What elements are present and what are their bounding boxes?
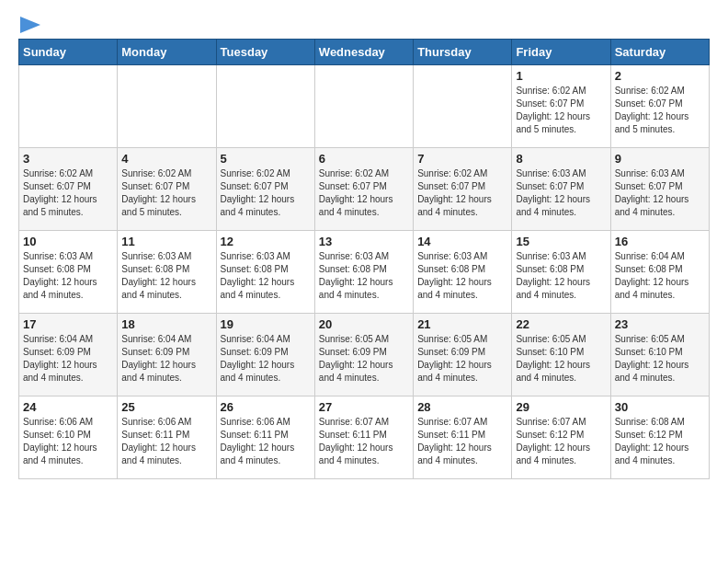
day-number: 21 bbox=[417, 317, 507, 331]
calendar-cell bbox=[118, 65, 216, 148]
week-row-2: 10Sunrise: 6:03 AM Sunset: 6:08 PM Dayli… bbox=[19, 231, 710, 314]
day-info: Sunrise: 6:03 AM Sunset: 6:08 PM Dayligh… bbox=[23, 250, 113, 302]
day-number: 10 bbox=[23, 235, 113, 248]
calendar-header-row: SundayMondayTuesdayWednesdayThursdayFrid… bbox=[19, 40, 710, 65]
day-number: 4 bbox=[121, 152, 211, 166]
day-info: Sunrise: 6:07 AM Sunset: 6:12 PM Dayligh… bbox=[516, 416, 606, 467]
day-info: Sunrise: 6:04 AM Sunset: 6:09 PM Dayligh… bbox=[221, 333, 311, 385]
day-number: 8 bbox=[516, 152, 606, 166]
header-saturday: Saturday bbox=[610, 40, 709, 65]
day-info: Sunrise: 6:04 AM Sunset: 6:09 PM Dayligh… bbox=[23, 333, 113, 385]
day-info: Sunrise: 6:06 AM Sunset: 6:10 PM Dayligh… bbox=[23, 416, 113, 467]
day-number: 3 bbox=[23, 152, 113, 166]
day-number: 6 bbox=[319, 152, 409, 166]
day-number: 27 bbox=[319, 400, 409, 414]
day-number: 24 bbox=[23, 400, 113, 414]
calendar-cell: 2Sunrise: 6:02 AM Sunset: 6:07 PM Daylig… bbox=[610, 65, 709, 148]
calendar-cell: 25Sunrise: 6:06 AM Sunset: 6:11 PM Dayli… bbox=[118, 396, 216, 479]
day-number: 5 bbox=[221, 152, 311, 166]
day-info: Sunrise: 6:02 AM Sunset: 6:07 PM Dayligh… bbox=[221, 167, 311, 219]
calendar-cell: 6Sunrise: 6:02 AM Sunset: 6:07 PM Daylig… bbox=[314, 148, 413, 231]
day-info: Sunrise: 6:03 AM Sunset: 6:07 PM Dayligh… bbox=[516, 167, 606, 219]
calendar-cell: 27Sunrise: 6:07 AM Sunset: 6:11 PM Dayli… bbox=[314, 396, 413, 479]
day-info: Sunrise: 6:06 AM Sunset: 6:11 PM Dayligh… bbox=[121, 416, 211, 467]
calendar-cell: 21Sunrise: 6:05 AM Sunset: 6:09 PM Dayli… bbox=[414, 314, 512, 396]
calendar-cell: 7Sunrise: 6:02 AM Sunset: 6:07 PM Daylig… bbox=[414, 148, 512, 231]
calendar-cell: 18Sunrise: 6:04 AM Sunset: 6:09 PM Dayli… bbox=[118, 314, 216, 396]
calendar-cell: 19Sunrise: 6:04 AM Sunset: 6:09 PM Dayli… bbox=[216, 314, 314, 396]
calendar-cell: 17Sunrise: 6:04 AM Sunset: 6:09 PM Dayli… bbox=[19, 314, 118, 396]
day-number: 16 bbox=[615, 235, 705, 248]
day-number: 19 bbox=[221, 317, 311, 331]
calendar-cell: 28Sunrise: 6:07 AM Sunset: 6:11 PM Dayli… bbox=[414, 396, 512, 479]
day-number: 25 bbox=[121, 400, 211, 414]
day-info: Sunrise: 6:08 AM Sunset: 6:12 PM Dayligh… bbox=[615, 416, 705, 467]
day-info: Sunrise: 6:03 AM Sunset: 6:08 PM Dayligh… bbox=[121, 250, 211, 302]
day-number: 9 bbox=[615, 152, 705, 166]
day-number: 13 bbox=[319, 235, 409, 248]
calendar-cell: 15Sunrise: 6:03 AM Sunset: 6:08 PM Dayli… bbox=[512, 231, 610, 314]
day-info: Sunrise: 6:05 AM Sunset: 6:10 PM Dayligh… bbox=[516, 333, 606, 385]
calendar-cell: 5Sunrise: 6:02 AM Sunset: 6:07 PM Daylig… bbox=[216, 148, 314, 231]
day-info: Sunrise: 6:03 AM Sunset: 6:08 PM Dayligh… bbox=[319, 250, 409, 302]
calendar-cell: 14Sunrise: 6:03 AM Sunset: 6:08 PM Dayli… bbox=[414, 231, 512, 314]
day-number: 11 bbox=[121, 235, 211, 248]
svg-marker-0 bbox=[20, 17, 40, 33]
day-number: 14 bbox=[417, 235, 507, 248]
day-number: 22 bbox=[516, 317, 606, 331]
day-number: 18 bbox=[121, 317, 211, 331]
week-row-4: 24Sunrise: 6:06 AM Sunset: 6:10 PM Dayli… bbox=[19, 396, 710, 479]
calendar-cell: 13Sunrise: 6:03 AM Sunset: 6:08 PM Dayli… bbox=[314, 231, 413, 314]
day-info: Sunrise: 6:02 AM Sunset: 6:07 PM Dayligh… bbox=[23, 167, 113, 219]
calendar-cell: 26Sunrise: 6:06 AM Sunset: 6:11 PM Dayli… bbox=[216, 396, 314, 479]
calendar-cell bbox=[414, 65, 512, 148]
day-number: 2 bbox=[615, 69, 705, 83]
day-number: 20 bbox=[319, 317, 409, 331]
logo-arrow-icon bbox=[20, 17, 40, 33]
day-info: Sunrise: 6:02 AM Sunset: 6:07 PM Dayligh… bbox=[417, 167, 507, 219]
day-info: Sunrise: 6:05 AM Sunset: 6:09 PM Dayligh… bbox=[319, 333, 409, 385]
header-sunday: Sunday bbox=[19, 40, 118, 65]
day-info: Sunrise: 6:02 AM Sunset: 6:07 PM Dayligh… bbox=[121, 167, 211, 219]
day-number: 15 bbox=[516, 235, 606, 248]
page-header bbox=[18, 18, 710, 29]
week-row-3: 17Sunrise: 6:04 AM Sunset: 6:09 PM Dayli… bbox=[19, 314, 710, 396]
day-number: 1 bbox=[516, 69, 606, 83]
calendar-cell: 10Sunrise: 6:03 AM Sunset: 6:08 PM Dayli… bbox=[19, 231, 118, 314]
day-number: 12 bbox=[221, 235, 311, 248]
calendar-cell: 20Sunrise: 6:05 AM Sunset: 6:09 PM Dayli… bbox=[314, 314, 413, 396]
calendar-cell: 29Sunrise: 6:07 AM Sunset: 6:12 PM Dayli… bbox=[512, 396, 610, 479]
calendar-cell: 11Sunrise: 6:03 AM Sunset: 6:08 PM Dayli… bbox=[118, 231, 216, 314]
day-number: 26 bbox=[221, 400, 311, 414]
day-info: Sunrise: 6:07 AM Sunset: 6:11 PM Dayligh… bbox=[319, 416, 409, 467]
calendar-cell: 22Sunrise: 6:05 AM Sunset: 6:10 PM Dayli… bbox=[512, 314, 610, 396]
header-tuesday: Tuesday bbox=[216, 40, 314, 65]
calendar-cell bbox=[19, 65, 118, 148]
header-thursday: Thursday bbox=[414, 40, 512, 65]
calendar-cell: 16Sunrise: 6:04 AM Sunset: 6:08 PM Dayli… bbox=[610, 231, 709, 314]
day-number: 28 bbox=[417, 400, 507, 414]
day-info: Sunrise: 6:04 AM Sunset: 6:09 PM Dayligh… bbox=[121, 333, 211, 385]
day-info: Sunrise: 6:05 AM Sunset: 6:10 PM Dayligh… bbox=[615, 333, 705, 385]
day-info: Sunrise: 6:03 AM Sunset: 6:08 PM Dayligh… bbox=[417, 250, 507, 302]
calendar-cell: 3Sunrise: 6:02 AM Sunset: 6:07 PM Daylig… bbox=[19, 148, 118, 231]
calendar-table: SundayMondayTuesdayWednesdayThursdayFrid… bbox=[18, 39, 710, 479]
calendar-cell: 9Sunrise: 6:03 AM Sunset: 6:07 PM Daylig… bbox=[610, 148, 709, 231]
day-number: 30 bbox=[615, 400, 705, 414]
calendar-cell: 1Sunrise: 6:02 AM Sunset: 6:07 PM Daylig… bbox=[512, 65, 610, 148]
header-wednesday: Wednesday bbox=[314, 40, 413, 65]
week-row-0: 1Sunrise: 6:02 AM Sunset: 6:07 PM Daylig… bbox=[19, 65, 710, 148]
calendar-cell bbox=[216, 65, 314, 148]
day-number: 17 bbox=[23, 317, 113, 331]
day-info: Sunrise: 6:03 AM Sunset: 6:07 PM Dayligh… bbox=[615, 167, 705, 219]
week-row-1: 3Sunrise: 6:02 AM Sunset: 6:07 PM Daylig… bbox=[19, 148, 710, 231]
calendar-cell bbox=[314, 65, 413, 148]
header-monday: Monday bbox=[118, 40, 216, 65]
day-info: Sunrise: 6:03 AM Sunset: 6:08 PM Dayligh… bbox=[221, 250, 311, 302]
day-number: 7 bbox=[417, 152, 507, 166]
calendar-cell: 23Sunrise: 6:05 AM Sunset: 6:10 PM Dayli… bbox=[610, 314, 709, 396]
calendar-cell: 30Sunrise: 6:08 AM Sunset: 6:12 PM Dayli… bbox=[610, 396, 709, 479]
day-info: Sunrise: 6:06 AM Sunset: 6:11 PM Dayligh… bbox=[221, 416, 311, 467]
day-info: Sunrise: 6:07 AM Sunset: 6:11 PM Dayligh… bbox=[417, 416, 507, 467]
day-number: 29 bbox=[516, 400, 606, 414]
